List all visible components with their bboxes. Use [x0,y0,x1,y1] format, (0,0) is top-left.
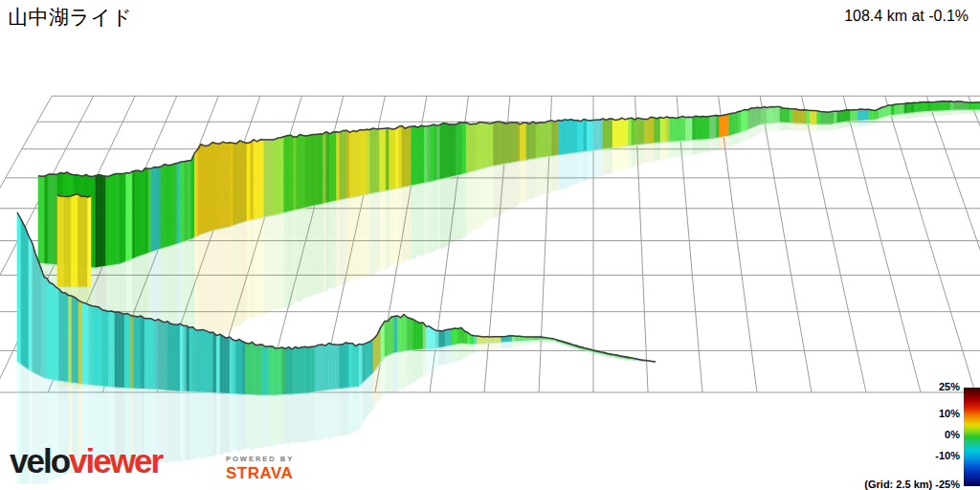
legend-tick-label: -10% [935,450,960,461]
logo-velo-text: velo [10,442,69,479]
legend-tick-0: 0% [945,429,960,440]
grid-spacing-note: (Grid: 2.5 km) [864,479,935,490]
yellow-column-accent [57,194,91,287]
logo-viewer-text: viewer [69,442,162,479]
legend-tick-25: 25% [939,381,960,392]
strava-logo-text: STRAVA [226,464,294,483]
ride-distance-gradient-stats: 108.4 km at -0.1% [844,8,969,25]
legend-tick--10: -10% [935,450,960,461]
gradient-color-scale [964,388,980,486]
legend-tick-label: -25% [935,479,960,490]
elevation-3d-chart[interactable] [0,0,980,490]
legend-tick-label: 0% [945,429,960,440]
veloviewer-logo[interactable]: veloviewer [10,444,162,486]
legend-tick-label: 10% [939,408,960,419]
strava-attribution[interactable]: POWERED BY STRAVA [226,455,294,483]
veloviewer-3d-profile-page: 山中湖ライド 108.4 km at -0.1% veloviewer POWE… [0,0,980,490]
legend-tick--25: (Grid: 2.5 km) -25% [864,479,960,490]
powered-by-label: POWERED BY [226,455,294,463]
page-title: 山中湖ライド [8,4,132,31]
legend-tick-label: 25% [939,381,960,392]
legend-tick-10: 10% [939,408,960,419]
